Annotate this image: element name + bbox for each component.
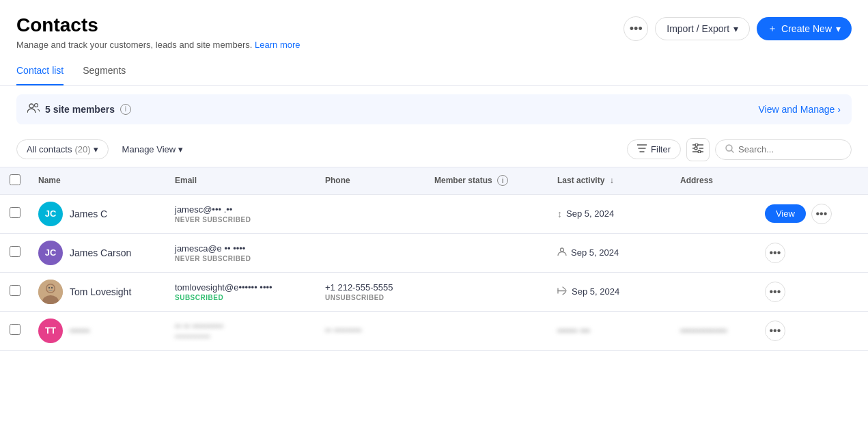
phone-cell (317, 194, 426, 233)
svg-point-3 (698, 150, 701, 153)
page-header: Contacts Manage and track your customers… (0, 0, 868, 57)
email-cell: •• •• •••••••••• ••••••••••••• (167, 311, 317, 350)
more-options-button[interactable]: ••• (624, 16, 648, 41)
activity-cell: Sep 5, 2024 (549, 272, 672, 311)
action-cell: ••• (757, 233, 868, 272)
address-value: •••••••••••••• (680, 325, 727, 336)
phone-column-header: Phone (317, 167, 426, 194)
phone-badge: UNSUBSCRIBED (325, 294, 418, 301)
row-more-button[interactable]: ••• (765, 243, 785, 263)
page-title: Contacts (16, 14, 300, 37)
svg-point-12 (51, 286, 53, 288)
page-subtitle: Manage and track your customers, leads a… (16, 40, 300, 50)
svg-point-1 (35, 103, 38, 107)
avatar: TT (38, 319, 63, 343)
email-value: tomlovesight@e•••••• •••• (175, 282, 309, 293)
search-input[interactable] (738, 144, 841, 154)
row-more-button[interactable]: ••• (811, 204, 832, 224)
phone-value: •• ••••••••• (325, 325, 418, 336)
info-icon[interactable]: i (120, 104, 131, 115)
table-row: TT •••••• •• •• •••••••••• •••••••••••••… (0, 311, 868, 350)
svg-point-0 (29, 104, 33, 108)
name-cell: JC James Carson (30, 233, 167, 272)
email-cell: jamesc@••• .•• NEVER SUBSCRIBED (167, 194, 317, 233)
import-export-button[interactable]: Import / Export ▾ (655, 17, 750, 40)
chevron-down-icon: ▾ (733, 23, 738, 34)
header-left: Contacts Manage and track your customers… (16, 14, 300, 50)
more-dots-icon: ••• (630, 22, 643, 36)
filter-icon (637, 144, 647, 154)
email-column-header: Email (167, 167, 317, 194)
tab-segments[interactable]: Segments (83, 57, 126, 85)
manage-view-label: Manage View (122, 144, 176, 154)
avatar: JC (38, 202, 63, 226)
email-cell: tomlovesight@e•••••• •••• SUBSCRIBED (167, 272, 317, 311)
view-manage-button[interactable]: View and Manage › (759, 104, 841, 115)
manage-view-button[interactable]: Manage View ▾ (114, 140, 192, 159)
row-checkbox[interactable] (10, 246, 20, 257)
action-column-header (757, 167, 868, 194)
status-cell (426, 311, 549, 350)
phone-value: +1 212-555-5555 (325, 282, 418, 293)
row-more-button[interactable]: ••• (765, 321, 785, 341)
activity-icon (557, 286, 568, 297)
row-more-button[interactable]: ••• (765, 282, 785, 302)
row-checkbox-cell (0, 233, 30, 272)
view-manage-label: View and Manage (759, 104, 835, 115)
email-value: jamesc@••• .•• (175, 204, 309, 215)
sliders-icon (692, 144, 703, 155)
svg-point-11 (48, 286, 50, 288)
activity-date: Sep 5, 2024 (571, 247, 619, 258)
member-status-info-icon[interactable]: i (497, 175, 508, 186)
filter-button[interactable]: Filter (627, 139, 681, 159)
address-column-header: Address (672, 167, 757, 194)
email-value: jamesca@e •• •••• (175, 243, 309, 254)
table-row: JC James Carson jamesca@e •• •••• NEVER … (0, 233, 868, 272)
name-column-header: Name (30, 167, 167, 194)
row-checkbox[interactable] (10, 207, 20, 218)
tabs-bar: Contact list Segments (0, 57, 868, 86)
address-cell (672, 233, 757, 272)
svg-point-2 (695, 144, 698, 146)
learn-more-link[interactable]: Learn more (255, 40, 300, 50)
column-settings-button[interactable] (686, 138, 710, 161)
email-badge: NEVER SUBSCRIBED (175, 216, 309, 224)
view-button[interactable]: View (765, 204, 806, 223)
action-cell: ••• (757, 272, 868, 311)
contact-name: Tom Lovesight (70, 286, 131, 297)
search-box[interactable] (715, 139, 852, 160)
contacts-count: (20) (74, 144, 90, 154)
email-badge: NEVER SUBSCRIBED (175, 255, 309, 262)
header-actions: ••• Import / Export ▾ ＋ Create New ▾ (624, 16, 852, 41)
activity-cell: •••••• ••• (549, 311, 672, 350)
email-badge: ••••••••••••• (175, 333, 309, 340)
email-badge: SUBSCRIBED (175, 294, 309, 301)
create-new-button[interactable]: ＋ Create New ▾ (757, 17, 852, 40)
row-checkbox[interactable] (10, 285, 20, 296)
activity-date: Sep 5, 2024 (566, 208, 614, 219)
activity-date: Sep 5, 2024 (572, 286, 619, 297)
create-new-label: Create New (781, 23, 832, 34)
toolbar-right: Filter (627, 138, 852, 161)
toolbar: All contacts (20) ▾ Manage View ▾ Filter (0, 133, 868, 167)
site-members-count: 5 site members (45, 104, 115, 115)
table-row: Tom Lovesight tomlovesight@e•••••• •••• … (0, 272, 868, 311)
plus-icon: ＋ (768, 23, 777, 35)
row-checkbox[interactable] (10, 324, 20, 335)
phone-cell: •• ••••••••• (317, 311, 426, 350)
phone-cell (317, 233, 426, 272)
activity-cell: ↕ Sep 5, 2024 (549, 194, 672, 233)
activity-icon: ↕ (557, 208, 562, 219)
name-cell: Tom Lovesight (30, 272, 167, 311)
last-activity-column-header[interactable]: Last activity ↓ (549, 167, 672, 194)
tab-contact-list[interactable]: Contact list (16, 57, 64, 85)
phone-cell: +1 212-555-5555 UNSUBSCRIBED (317, 272, 426, 311)
import-export-label: Import / Export (667, 23, 729, 34)
select-all-checkbox[interactable] (10, 174, 20, 185)
sort-icon: ↓ (610, 176, 614, 185)
filter-label: Filter (651, 144, 671, 154)
all-contacts-dropdown[interactable]: All contacts (20) ▾ (16, 139, 109, 159)
row-checkbox-cell (0, 194, 30, 233)
site-members-left: 5 site members i (27, 103, 131, 116)
contact-name: James C (70, 208, 107, 219)
